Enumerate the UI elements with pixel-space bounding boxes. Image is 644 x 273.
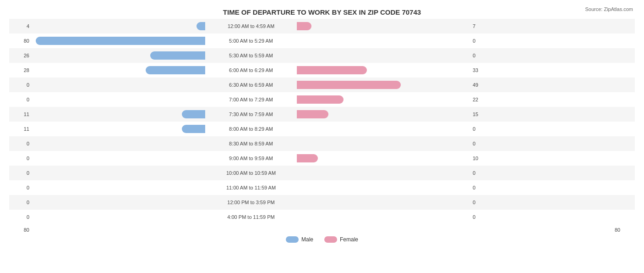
axis-row: 80 80: [9, 227, 635, 233]
left-bar-area: [31, 81, 205, 89]
axis-right-label: 80: [613, 227, 635, 233]
table-row: 4 12:00 AM to 4:59 AM 7: [9, 19, 635, 33]
right-bar-area: [297, 81, 471, 89]
time-label: 6:00 AM to 6:29 AM: [205, 67, 297, 73]
left-value: 0: [9, 97, 31, 102]
left-bar-area: [31, 51, 205, 60]
left-bar-area: [31, 66, 205, 74]
female-bar: [297, 110, 328, 118]
table-row: 80 5:00 AM to 5:29 AM 0: [9, 33, 635, 48]
table-row: 0 10:00 AM to 10:59 AM 0: [9, 166, 635, 180]
right-bar-area: [297, 110, 471, 118]
right-bar-area: [297, 139, 471, 148]
male-bar: [146, 66, 205, 74]
right-bar-area: [297, 198, 471, 206]
left-value: 0: [9, 185, 31, 190]
time-label: 5:00 AM to 5:29 AM: [205, 38, 297, 44]
legend: Male Female: [9, 236, 635, 243]
right-value: 0: [471, 126, 493, 132]
left-bar-area: [31, 95, 205, 104]
left-value: 0: [9, 214, 31, 220]
legend-female: Female: [324, 236, 358, 243]
table-row: 0 6:30 AM to 6:59 AM 49: [9, 78, 635, 92]
right-value: 0: [471, 214, 493, 220]
right-value: 0: [471, 170, 493, 176]
left-bar-area: [31, 198, 205, 206]
left-bar-area: [31, 213, 205, 221]
chart-title: TIME OF DEPARTURE TO WORK BY SEX IN ZIP …: [9, 8, 635, 16]
left-value: 26: [9, 53, 31, 58]
right-value: 0: [471, 53, 493, 58]
right-bar-area: [297, 37, 471, 45]
left-bar-area: [31, 154, 205, 162]
table-row: 26 5:30 AM to 5:59 AM 0: [9, 48, 635, 63]
right-value: 0: [471, 200, 493, 205]
left-value: 11: [9, 111, 31, 117]
legend-male: Male: [286, 236, 313, 243]
female-bar: [297, 22, 311, 30]
time-label: 4:00 PM to 11:59 PM: [205, 214, 297, 220]
left-value: 4: [9, 23, 31, 29]
legend-male-box: [286, 236, 299, 243]
source-label: Source: ZipAtlas.com: [585, 6, 633, 12]
table-row: 11 7:30 AM to 7:59 AM 15: [9, 107, 635, 122]
table-row: 11 8:00 AM to 8:29 AM 0: [9, 122, 635, 136]
time-label: 5:30 AM to 5:59 AM: [205, 53, 297, 58]
left-value: 11: [9, 126, 31, 132]
time-label: 6:30 AM to 6:59 AM: [205, 82, 297, 88]
right-bar-area: [297, 125, 471, 133]
chart-container: TIME OF DEPARTURE TO WORK BY SEX IN ZIP …: [0, 0, 644, 273]
table-row: 0 8:30 AM to 8:59 AM 0: [9, 136, 635, 151]
right-bar-area: [297, 66, 471, 74]
right-bar-area: [297, 22, 471, 30]
legend-female-label: Female: [340, 236, 358, 243]
female-bar: [297, 95, 344, 104]
left-value: 0: [9, 156, 31, 161]
table-row: 28 6:00 AM to 6:29 AM 33: [9, 63, 635, 78]
table-row: 0 4:00 PM to 11:59 PM 0: [9, 210, 635, 224]
time-label: 8:00 AM to 8:29 AM: [205, 126, 297, 132]
right-value: 0: [471, 38, 493, 44]
female-bar: [297, 81, 401, 89]
right-value: 22: [471, 97, 493, 102]
legend-female-box: [324, 236, 337, 243]
left-bar-area: [31, 37, 205, 45]
right-value: 0: [471, 185, 493, 190]
right-bar-area: [297, 184, 471, 192]
time-label: 11:00 AM to 11:59 AM: [205, 185, 297, 190]
left-value: 0: [9, 141, 31, 146]
right-value: 10: [471, 156, 493, 161]
male-bar: [150, 51, 205, 60]
male-bar: [182, 110, 205, 118]
male-bar: [36, 37, 205, 45]
left-value: 80: [9, 38, 31, 44]
right-bar-area: [297, 95, 471, 104]
male-bar: [196, 22, 205, 30]
right-value: 0: [471, 141, 493, 146]
right-bar-area: [297, 154, 471, 162]
right-value: 33: [471, 67, 493, 73]
left-bar-area: [31, 184, 205, 192]
left-bar-area: [31, 110, 205, 118]
left-value: 28: [9, 67, 31, 73]
time-label: 12:00 AM to 4:59 AM: [205, 23, 297, 29]
left-value: 0: [9, 82, 31, 88]
left-bar-area: [31, 125, 205, 133]
table-row: 0 7:00 AM to 7:29 AM 22: [9, 92, 635, 107]
time-label: 9:00 AM to 9:59 AM: [205, 156, 297, 161]
axis-left-label: 80: [9, 227, 31, 233]
right-bar-area: [297, 51, 471, 60]
female-bar: [297, 154, 318, 162]
time-label: 8:30 AM to 8:59 AM: [205, 141, 297, 146]
rows-container: 4 12:00 AM to 4:59 AM 7 80 5:00 AM to 5:…: [9, 19, 635, 224]
right-value: 7: [471, 23, 493, 29]
female-bar: [297, 66, 367, 74]
right-value: 15: [471, 111, 493, 117]
left-bar-area: [31, 169, 205, 177]
time-label: 12:00 PM to 3:59 PM: [205, 200, 297, 205]
time-label: 7:00 AM to 7:29 AM: [205, 97, 297, 102]
table-row: 0 11:00 AM to 11:59 AM 0: [9, 180, 635, 195]
right-value: 49: [471, 82, 493, 88]
right-bar-area: [297, 213, 471, 221]
left-value: 0: [9, 200, 31, 205]
